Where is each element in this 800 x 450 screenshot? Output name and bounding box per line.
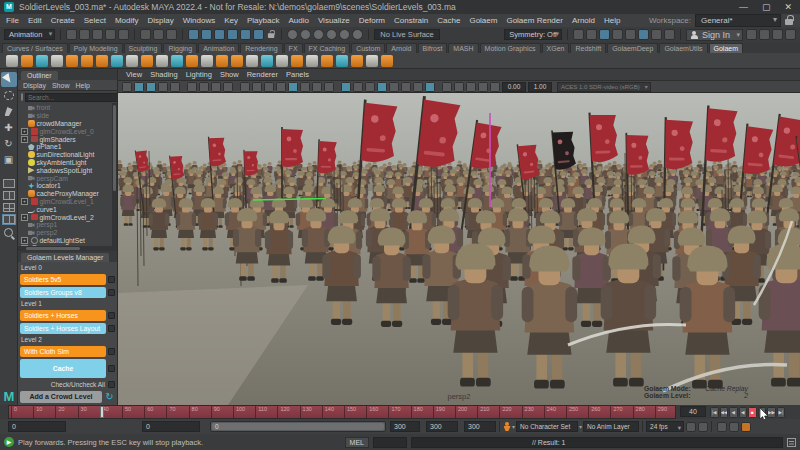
shelf-tool-icon[interactable] [306,55,318,67]
shelf-tool-icon[interactable] [276,55,288,67]
shelf-tool-icon[interactable] [336,55,348,67]
outliner-tab[interactable]: Outliner [18,69,117,80]
viewport-icon[interactable] [122,82,132,92]
outliner-item[interactable]: skyAmbientLight [20,159,117,167]
menu-item[interactable]: Create [51,16,75,25]
status-icon[interactable] [66,29,77,40]
crowd-level-bar[interactable]: Level 2 [20,336,115,344]
menu-item[interactable]: Arnold [572,16,595,25]
status-icon[interactable] [92,29,103,40]
menu-item[interactable]: Display [148,16,174,25]
status-icon[interactable] [651,29,662,40]
menu-item[interactable]: Deform [359,16,385,25]
shelf-tool-icon[interactable] [156,55,168,67]
color-space-dropdown[interactable]: ACES 1.0 SDR-video (sRGB) [557,82,651,92]
shelf-tool-icon[interactable] [381,55,393,67]
viewport-menu-item[interactable]: Renderer [247,70,278,79]
timeline-track[interactable]: 0102030405060708090100110120130140150160… [8,405,676,419]
shelf-tool-icon[interactable] [216,55,228,67]
mel-command-input[interactable] [373,437,407,448]
lock-icon[interactable] [785,15,794,26]
shelf-tool-icon[interactable] [231,55,243,67]
outliner-item[interactable]: cacheProxyManager [20,190,117,198]
shelf-tool-icon[interactable] [81,55,93,67]
menu-item[interactable]: Golaem Render [506,16,562,25]
playback-button[interactable]: ▶▶ [767,407,776,418]
shelf-tool-icon[interactable] [111,55,123,67]
viewport-icon[interactable] [442,82,452,92]
playback-button[interactable]: ▶ [758,407,767,418]
audio-icon[interactable] [717,422,727,432]
shelf-tool-icon[interactable] [141,55,153,67]
crowd-level-checkbox[interactable] [108,312,115,319]
status-icon[interactable] [326,29,337,40]
viewport-icon[interactable] [413,82,423,92]
viewport-icon[interactable] [425,82,435,92]
sign-in-button[interactable]: Sign In [686,29,743,41]
crowd-level-checkbox[interactable] [108,348,115,355]
playhead[interactable] [100,406,104,418]
viewport-icon[interactable] [170,82,180,92]
menu-item[interactable]: Help [604,16,620,25]
status-icon[interactable] [118,29,129,40]
layout-outliner-persp-icon[interactable] [3,215,15,224]
status-icon[interactable] [599,29,610,40]
shelf-tool-icon[interactable] [66,55,78,67]
animation-prefs-clock-icon[interactable] [729,422,739,432]
shelf-tab[interactable]: Arnold [386,43,416,53]
playback-start-field[interactable] [142,421,200,432]
playback-button[interactable]: ◀◀ [720,407,729,418]
shelf-tool-icon[interactable] [186,55,198,67]
shelf-tab[interactable]: Rigging [163,43,197,53]
status-icon[interactable] [638,29,649,40]
outliner-item[interactable]: curve1 [20,205,117,213]
rotate-tool-icon[interactable]: ↻ [1,136,17,151]
viewport-icon[interactable] [187,82,197,92]
menu-item[interactable]: Edit [28,16,42,25]
shelf-tab[interactable]: Curves / Surfaces [2,43,68,53]
anim-layer-dropdown[interactable]: No Anim Layer [583,421,639,432]
status-icon[interactable] [313,29,324,40]
viewport-icon[interactable] [252,82,262,92]
playback-end-field[interactable] [390,421,420,432]
minimize-button[interactable]: — [739,2,748,12]
range-slider[interactable]: 0 [210,421,386,432]
status-icon[interactable] [339,29,350,40]
shelf-tab[interactable]: XGen [542,43,570,53]
status-icon[interactable] [105,29,116,40]
add-crowd-level-button[interactable]: Add a Crowd Level [20,391,102,403]
shelf-tab[interactable]: Animation [198,43,239,53]
layout-two-pane-icon[interactable] [3,191,15,200]
viewport-menu-item[interactable]: Shading [150,70,178,79]
status-icon[interactable] [79,29,90,40]
select-tool-icon[interactable] [1,72,17,87]
shelf-tab[interactable]: FX Caching [304,43,351,53]
crowd-level-bar[interactable]: Level 1 [20,300,115,308]
playback-button[interactable]: ◀ [729,407,738,418]
workspace-dropdown[interactable]: General* [695,14,781,27]
menu-item[interactable]: Golaem [469,16,497,25]
layout-single-pane-icon[interactable] [3,179,15,188]
menu-item[interactable]: Modify [115,16,139,25]
shelf-tab[interactable]: Sculpting [124,43,163,53]
mel-toggle-button[interactable]: MEL [345,437,369,448]
crowd-level-row[interactable]: Level 2 [20,336,115,344]
crowd-level-bar[interactable]: Level 0 [20,264,115,272]
viewport-icon[interactable] [454,82,464,92]
levels-manager-tab[interactable]: Golaem Levels Manager [18,251,117,262]
menu-item[interactable]: Constrain [394,16,428,25]
crowd-level-checkbox[interactable] [108,365,115,372]
menu-item[interactable]: File [6,16,19,25]
outliner-item[interactable]: glmCrowdLevel_2 [20,213,117,221]
menu-item[interactable]: Select [84,16,106,25]
status-icon[interactable] [227,29,238,40]
shelf-tab[interactable]: Poly Modeling [69,43,123,53]
playback-button[interactable]: ◀ [739,407,748,418]
viewport-icon[interactable] [401,82,411,92]
viewport-icon[interactable] [146,82,156,92]
outliner-horizontal-scrollbar[interactable] [18,246,117,251]
menu-item[interactable]: Windows [183,16,215,25]
crowd-level-row[interactable]: Soldiers + Horses [20,310,115,321]
crowd-level-bar[interactable]: Cache [20,359,106,378]
viewport-icon[interactable] [276,82,286,92]
